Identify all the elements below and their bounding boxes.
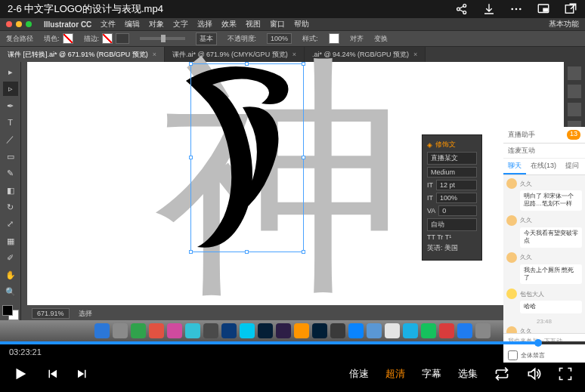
- menu-select[interactable]: 选择: [197, 19, 212, 29]
- stroke-control[interactable]: 描边:: [84, 33, 129, 44]
- mute-all-checkbox[interactable]: [508, 350, 518, 360]
- pip-icon[interactable]: [537, 2, 550, 16]
- dock-app-4[interactable]: [167, 323, 182, 338]
- fill-stroke-swatch[interactable]: [2, 305, 19, 320]
- selection-tool[interactable]: ▸: [3, 65, 18, 79]
- dock-app-5[interactable]: [185, 323, 200, 338]
- dock-app-17[interactable]: [403, 323, 418, 338]
- pen-tool[interactable]: ✒: [3, 99, 18, 113]
- leading-field[interactable]: 100%: [436, 193, 477, 203]
- fill-control[interactable]: 填色:: [44, 33, 73, 44]
- dock-app-7[interactable]: [221, 323, 237, 338]
- dock-app-13[interactable]: [330, 323, 345, 338]
- progress-bar[interactable]: [0, 341, 585, 344]
- current-time: 03:23:21: [9, 347, 42, 357]
- dock-app-10[interactable]: [276, 323, 291, 338]
- eyedropper-tool[interactable]: ✐: [3, 251, 18, 264]
- video-title: 2-6 中文字LOGO的设计与表现.mp4: [8, 2, 163, 16]
- hand-tool[interactable]: ✋: [3, 268, 18, 282]
- type-tool[interactable]: T: [3, 116, 18, 129]
- selection-bounding-box[interactable]: [190, 63, 304, 252]
- font-weight-field[interactable]: Medium: [427, 167, 477, 177]
- dock-app-0[interactable]: [94, 323, 110, 338]
- zoom-tool[interactable]: 🔍: [3, 285, 18, 298]
- rotate-tool[interactable]: ↻: [3, 200, 18, 214]
- chat-message: 明白了 和宋体一个思路…笔划不一样: [520, 190, 582, 211]
- menu-view[interactable]: 视图: [246, 19, 261, 29]
- dock-app-18[interactable]: [421, 323, 436, 338]
- chat-heading: 连麦互动: [503, 144, 585, 159]
- zoom-traffic-light[interactable]: [26, 21, 32, 27]
- subtitle-button[interactable]: 字幕: [422, 367, 441, 381]
- dock-app-16[interactable]: [385, 323, 400, 338]
- menu-window[interactable]: 窗口: [270, 19, 285, 29]
- play-button[interactable]: [12, 366, 29, 382]
- minimize-traffic-light[interactable]: [16, 21, 22, 27]
- font-family-field[interactable]: 直播某文: [427, 152, 477, 165]
- menu-type[interactable]: 文字: [173, 19, 188, 29]
- doc-tab-1[interactable]: 课件 [已转换].ai* @ 671.91% (RGB/GPU 预览)×: [0, 47, 165, 62]
- chat-tab-chat[interactable]: 聊天: [503, 159, 526, 174]
- workspace-switcher[interactable]: 基本功能: [549, 19, 579, 29]
- prev-button[interactable]: [45, 367, 59, 381]
- menu-edit[interactable]: 编辑: [125, 19, 140, 29]
- svg-rect-8: [565, 5, 574, 14]
- font-size-field[interactable]: 12 pt: [436, 180, 477, 190]
- dock-app-19[interactable]: [439, 323, 454, 338]
- share-icon[interactable]: [455, 2, 469, 16]
- dock-app-8[interactable]: [240, 323, 255, 338]
- dock-app-3[interactable]: [149, 323, 164, 338]
- chat-tab-online[interactable]: 在线(13): [526, 159, 561, 174]
- eraser-tool[interactable]: ◧: [3, 184, 18, 197]
- next-button[interactable]: [76, 367, 89, 381]
- chat-input[interactable]: 我也来参与一下互动: [503, 333, 585, 348]
- swatches-panel-icon[interactable]: [568, 85, 581, 98]
- download-icon[interactable]: [482, 2, 496, 16]
- language-field[interactable]: 英语: 美国: [427, 243, 458, 253]
- quality-button[interactable]: 超清: [385, 367, 405, 381]
- dock-app-14[interactable]: [348, 323, 364, 338]
- color-panel-icon[interactable]: [568, 66, 581, 80]
- menu-effect[interactable]: 效果: [221, 19, 237, 29]
- chat-sidebar: 直播助手 13 连麦互动 聊天 在线(13) 提问 久久明白了 和宋体一个思路……: [503, 127, 585, 363]
- dock-app-12[interactable]: [312, 323, 327, 338]
- kerning-field[interactable]: 自动: [427, 218, 477, 231]
- close-icon: ×: [413, 51, 417, 58]
- mac-dock: [0, 320, 585, 341]
- menu-file[interactable]: 文件: [101, 19, 116, 29]
- loop-button[interactable]: [494, 366, 509, 381]
- dock-app-2[interactable]: [131, 323, 146, 338]
- chat-tab-qa[interactable]: 提问: [561, 159, 583, 174]
- scale-tool[interactable]: ⤢: [3, 218, 18, 231]
- popout-icon[interactable]: [564, 2, 577, 16]
- line-tool[interactable]: ／: [3, 133, 18, 147]
- app-name: Illustrator CC: [44, 20, 91, 29]
- dock-app-6[interactable]: [203, 323, 218, 338]
- zoom-field[interactable]: 671.91%: [32, 308, 70, 319]
- stroke-panel-icon[interactable]: [568, 103, 581, 116]
- dock-app-11[interactable]: [294, 323, 309, 338]
- fullscreen-button[interactable]: [558, 366, 573, 381]
- direct-selection-tool[interactable]: ▹: [3, 82, 18, 95]
- stroke-profile[interactable]: [140, 37, 185, 40]
- rectangle-tool[interactable]: ▭: [3, 150, 18, 163]
- dock-app-1[interactable]: [113, 323, 128, 338]
- canvas-area[interactable]: 神 671.91% 选择: [21, 62, 564, 320]
- close-traffic-light[interactable]: [6, 21, 12, 27]
- gradient-tool[interactable]: ▦: [3, 234, 18, 248]
- dock-app-9[interactable]: [258, 323, 273, 338]
- more-icon[interactable]: [509, 2, 523, 16]
- svg-point-4: [515, 8, 518, 11]
- menu-help[interactable]: 帮助: [294, 19, 309, 29]
- dock-app-20[interactable]: [457, 323, 472, 338]
- brush-tool[interactable]: ✎: [3, 166, 18, 180]
- menu-object[interactable]: 对象: [149, 19, 164, 29]
- chat-timestamp: 23:48: [506, 318, 582, 325]
- dock-app-15[interactable]: [367, 323, 382, 338]
- tracking-field[interactable]: 0: [438, 205, 477, 216]
- volume-button[interactable]: [526, 366, 541, 381]
- episode-button[interactable]: 选集: [458, 367, 478, 381]
- dock-app-21[interactable]: [475, 323, 491, 338]
- character-panel[interactable]: ◈ 修饰文 直播某文 Medium IT 12 pt IT 100% VA 0 …: [422, 134, 482, 261]
- speed-button[interactable]: 倍速: [349, 367, 369, 381]
